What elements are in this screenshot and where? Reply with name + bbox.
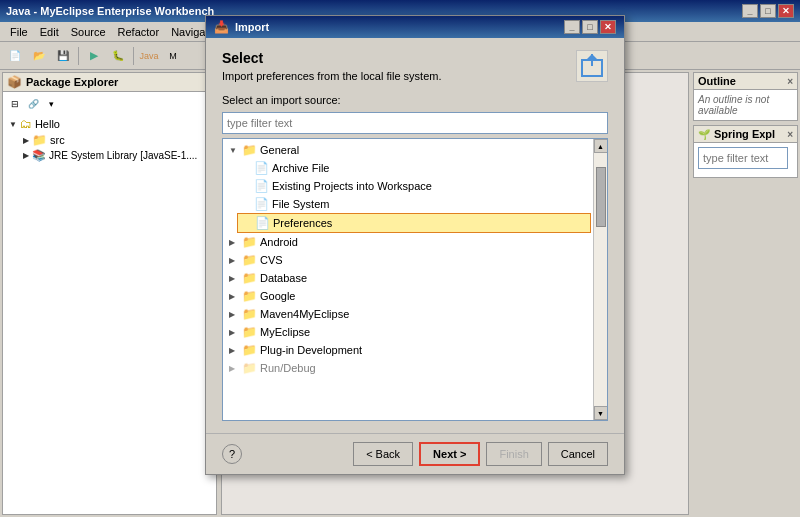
outline-title: Outline [698,75,736,87]
toolbar-debug[interactable]: 🐛 [107,45,129,67]
filter-input[interactable] [222,112,608,134]
tree-node-archive-file[interactable]: 📄 Archive File [237,159,591,177]
cancel-button[interactable]: Cancel [548,442,608,466]
outline-panel: Outline × An outline is not available [693,72,798,121]
import-tree-scroll: ▼ 📁 General 📄 Archive File 📄 Existing Pr… [223,139,593,420]
toolbar-open[interactable]: 📂 [28,45,50,67]
pkg-collapse-all[interactable]: ⊟ [7,96,23,112]
toolbar-sep-1 [78,47,79,65]
tree-node-cvs[interactable]: ▶ 📁 CVS [225,251,591,269]
tree-item-hello[interactable]: ▼ 🗂 Hello [7,116,212,132]
tree-scrollbar[interactable]: ▲ ▼ [593,139,607,420]
outline-empty-text: An outline is not available [694,90,797,120]
scroll-up[interactable]: ▲ [594,139,608,153]
menu-refactor[interactable]: Refactor [112,24,166,40]
tree-node-preferences[interactable]: 📄 Select Preferences [237,213,591,233]
tree-node-general[interactable]: ▼ 📁 General [225,141,591,159]
package-tree: ⊟ 🔗 ▾ ▼ 🗂 Hello ▶ 📁 src ▶ 📚 JRE [3,92,216,514]
dialog-content: Select Import preferences from the local… [206,38,624,433]
dialog-title-controls: _ □ ✕ [564,20,616,34]
import-dialog: 📥 Import _ □ ✕ Select Import preferences… [205,15,625,475]
help-button[interactable]: ? [222,444,242,464]
dialog-heading: Select [222,50,441,66]
toolbar-run[interactable]: ▶ [83,45,105,67]
scroll-down[interactable]: ▼ [594,406,608,420]
spring-close[interactable]: × [787,129,793,140]
tree-node-android[interactable]: ▶ 📁 Android [225,233,591,251]
dialog-maximize[interactable]: □ [582,20,598,34]
toolbar-sep-2 [133,47,134,65]
finish-button: Finish [486,442,541,466]
source-label: Select an import source: [222,94,608,106]
dialog-heading-area: Select Import preferences from the local… [222,50,608,82]
spring-filter-input[interactable] [698,147,788,169]
spring-panel: 🌱 Spring Expl × [693,125,798,178]
dialog-close[interactable]: ✕ [600,20,616,34]
right-panels: Outline × An outline is not available 🌱 … [691,70,800,517]
dialog-minimize[interactable]: _ [564,20,580,34]
tree-node-maven[interactable]: ▶ 📁 Maven4MyEclipse [225,305,591,323]
dialog-title-bar: 📥 Import _ □ ✕ [206,16,624,38]
spring-title: Spring Expl [714,128,775,140]
tree-node-existing-projects[interactable]: 📄 Existing Projects into Workspace [237,177,591,195]
toolbar-new[interactable]: 📄 [4,45,26,67]
tree-node-plugin-dev[interactable]: ▶ 📁 Plug-in Development [225,341,591,359]
menu-source[interactable]: Source [65,24,112,40]
tree-item-src[interactable]: ▶ 📁 src [21,132,212,148]
package-explorer-title: Package Explorer [26,76,118,88]
package-explorer-header: 📦 Package Explorer × [3,73,216,92]
app-title: Java - MyEclipse Enterprise Workbench [6,5,214,17]
scroll-thumb[interactable] [596,167,606,227]
toolbar-myeclipse[interactable]: M [162,45,184,67]
menu-edit[interactable]: Edit [34,24,65,40]
ide-maximize[interactable]: □ [760,4,776,18]
tree-item-jre[interactable]: ▶ 📚 JRE System Library [JavaSE-1.... [21,148,212,163]
ide-close[interactable]: ✕ [778,4,794,18]
tree-node-database[interactable]: ▶ 📁 Database [225,269,591,287]
outline-close[interactable]: × [787,76,793,87]
tree-node-myeclipse[interactable]: ▶ 📁 MyEclipse [225,323,591,341]
spring-header: 🌱 Spring Expl × [694,126,797,143]
import-icon [576,50,608,82]
outline-header: Outline × [694,73,797,90]
import-tree-container: ▼ 📁 General 📄 Archive File 📄 Existing Pr… [222,138,608,421]
dialog-description: Import preferences from the local file s… [222,70,441,82]
dialog-buttons: ? < Back Next > Finish Cancel [206,433,624,474]
menu-file[interactable]: File [4,24,34,40]
pkg-menu[interactable]: ▾ [43,96,59,112]
ide-minimize[interactable]: _ [742,4,758,18]
tree-node-run-debug[interactable]: ▶ 📁 Run/Debug [225,359,591,377]
dialog-title: Import [235,21,269,33]
next-button[interactable]: Next > [419,442,480,466]
ide-background: Java - MyEclipse Enterprise Workbench _ … [0,0,800,517]
tree-node-file-system[interactable]: 📄 File System [237,195,591,213]
package-explorer-panel: 📦 Package Explorer × ⊟ 🔗 ▾ ▼ 🗂 Hello ▶ [2,72,217,515]
toolbar-save[interactable]: 💾 [52,45,74,67]
toolbar-java[interactable]: Java [138,45,160,67]
tree-node-google[interactable]: ▶ 📁 Google [225,287,591,305]
back-button[interactable]: < Back [353,442,413,466]
pkg-link-editor[interactable]: 🔗 [25,96,41,112]
